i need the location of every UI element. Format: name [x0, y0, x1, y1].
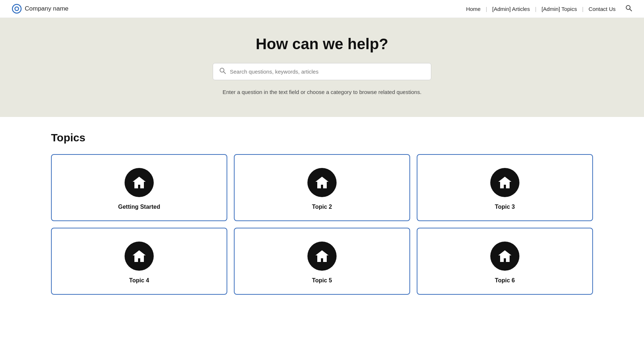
svg-line-5 — [224, 72, 226, 74]
search-bar — [213, 63, 431, 80]
nav-contact-us-link[interactable]: Contact Us — [584, 6, 621, 12]
topic-icon-circle — [125, 242, 154, 271]
topic-card[interactable]: Topic 6 — [417, 228, 593, 295]
home-icon — [314, 175, 330, 191]
navbar: Company name Home | [Admin] Articles | [… — [0, 0, 644, 18]
topic-icon-circle — [307, 242, 337, 271]
nav-links: Home | [Admin] Articles | [Admin] Topics… — [461, 4, 632, 13]
topics-section: Topics Getting Started Topic 2 Topic — [0, 117, 644, 317]
topic-label: Topic 2 — [312, 204, 332, 210]
logo-icon — [12, 4, 22, 14]
svg-line-3 — [630, 9, 632, 11]
topic-label: Topic 3 — [495, 204, 515, 210]
topic-label: Topic 5 — [312, 277, 332, 284]
topic-card[interactable]: Topic 5 — [234, 228, 410, 295]
hero-subtitle: Enter a question in the text field or ch… — [12, 89, 632, 95]
topic-card[interactable]: Topic 4 — [51, 228, 227, 295]
topics-grid: Getting Started Topic 2 Topic 3 Topic — [51, 154, 593, 295]
search-input[interactable] — [230, 68, 425, 75]
hero-section: How can we help? Enter a question in the… — [0, 18, 644, 117]
topic-label: Getting Started — [118, 204, 160, 210]
home-icon — [131, 248, 147, 264]
brand[interactable]: Company name — [12, 4, 68, 14]
topic-icon-circle — [490, 242, 519, 271]
topic-icon-circle — [490, 168, 519, 197]
home-icon — [497, 175, 513, 191]
home-icon — [131, 175, 147, 191]
svg-point-1 — [15, 7, 19, 11]
brand-name: Company name — [25, 5, 68, 12]
home-icon — [314, 248, 330, 264]
hero-title: How can we help? — [12, 35, 632, 53]
topic-label: Topic 4 — [129, 277, 149, 284]
topic-label: Topic 6 — [495, 277, 515, 284]
topic-card[interactable]: Topic 3 — [417, 154, 593, 221]
topics-title: Topics — [51, 132, 593, 144]
nav-home-link[interactable]: Home — [461, 6, 486, 12]
svg-point-0 — [12, 4, 21, 13]
search-bar-icon — [219, 67, 226, 76]
topic-icon-circle — [125, 168, 154, 197]
search-icon[interactable] — [625, 4, 632, 13]
topic-icon-circle — [307, 168, 337, 197]
nav-admin-topics-link[interactable]: [Admin] Topics — [537, 6, 582, 12]
topic-card[interactable]: Getting Started — [51, 154, 227, 221]
home-icon — [497, 248, 513, 264]
topic-card[interactable]: Topic 2 — [234, 154, 410, 221]
nav-admin-articles-link[interactable]: [Admin] Articles — [487, 6, 535, 12]
